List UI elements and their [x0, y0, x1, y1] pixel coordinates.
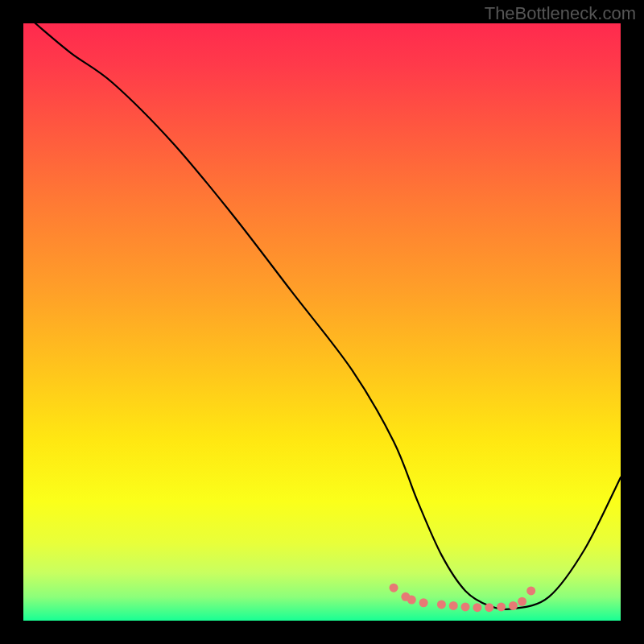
bottleneck-curve — [35, 23, 621, 609]
marker-dot — [407, 596, 416, 605]
marker-dot — [461, 602, 470, 611]
marker-dot — [509, 601, 518, 610]
marker-dot — [526, 586, 535, 595]
marker-dot — [485, 603, 493, 612]
plot-area — [23, 23, 621, 621]
curve-layer — [23, 23, 621, 621]
marker-dot — [390, 584, 398, 592]
watermark-text: TheBottleneck.com — [485, 3, 636, 24]
marker-dot — [437, 600, 446, 609]
marker-dot — [497, 602, 506, 611]
marker-dot — [473, 603, 481, 612]
marker-dot — [449, 601, 458, 610]
chart-frame: TheBottleneck.com — [0, 0, 644, 644]
marker-dot — [518, 597, 526, 606]
marker-dot — [419, 598, 428, 607]
